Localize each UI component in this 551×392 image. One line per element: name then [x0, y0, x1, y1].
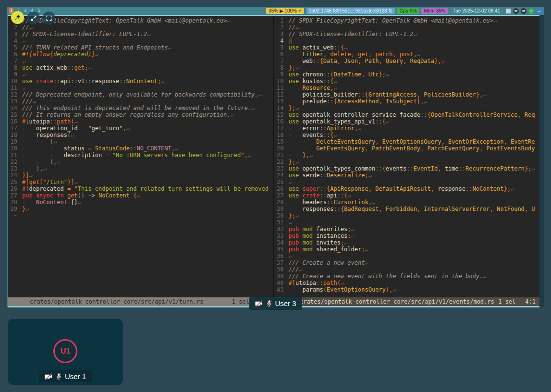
statusline-right: NOR crates/opentalk-controller-core/src/…: [274, 297, 540, 306]
code-line: 22· · ),↵: [8, 159, 273, 165]
code-line: 18· responses(↵: [8, 132, 273, 138]
code-line: 28· headers::CursorLink,↵: [274, 199, 540, 206]
code-line: 8use actix_web::get;↵: [8, 64, 273, 71]
code-line: 4↵: [8, 37, 273, 44]
ip-address-block: 2a02:1748:f39f:551c::931a:dce3/128 ⇅: [306, 8, 395, 14]
code-line: 5use actix_web::{↵: [274, 44, 540, 51]
code-line: 20· · · status = StatusCode::NO_CONTENT,…: [8, 145, 273, 152]
i3-bar-right: 35% ▶ 100% ⚡2a02:1748:f39f:551c::931a:dc…: [266, 8, 542, 14]
pane-right: 1// SPDX-FileCopyrightText: OpenTalk Gmb…: [273, 16, 540, 306]
code-line: 1// SPDX-FileCopyrightText: OpenTalk Gmb…: [274, 17, 540, 24]
code-line: 7↵: [8, 58, 273, 64]
code-line: 20· · GetEventsQuery, PatchEventBody, Pa…: [274, 145, 540, 152]
code-line: 27use crate::api::{↵: [274, 192, 540, 199]
avatar-initials: U1: [61, 347, 70, 355]
camera-off-icon: [45, 373, 53, 380]
code-line: 16use opentalk_types_api_v1::{↵: [274, 118, 540, 125]
code-line: 17· error::ApiError,↵: [274, 125, 540, 132]
terminal-window: 1// SPDX-FileCopyrightText: OpenTalk Gmb…: [8, 15, 539, 307]
code-line: 9use chrono::{DateTime, Utc};↵: [274, 71, 540, 78]
code-line: 22};↵: [274, 159, 540, 165]
statusline-left: crates/opentalk-controller-core/src/api/…: [8, 297, 273, 306]
code-line: 16#[utoipa::path(↵: [8, 118, 273, 125]
fullscreen-button[interactable]: [42, 12, 55, 24]
cpu-block: Cpu 9%: [397, 8, 419, 14]
tray-app-icon: [536, 8, 542, 14]
code-line: 9↵: [8, 71, 273, 78]
code-line: 13///↵: [8, 98, 273, 105]
code-line: 32pub mod favorites;↵: [274, 226, 540, 233]
screenshare-tile-user3[interactable]: 12345 35% ▶ 100% ⚡2a02:1748:f39f:551c::9…: [7, 7, 544, 307]
expand-button[interactable]: [27, 12, 40, 24]
code-line: 21· },↵: [274, 152, 540, 159]
code-line: 21· · · description = "No TURN servers h…: [8, 152, 273, 159]
selection-count: 1 sel: [232, 298, 249, 305]
code-line: 18· events::{↵: [274, 132, 540, 138]
code-line: 36↵: [274, 253, 540, 259]
code-line: 7· web::{Data, Json, Path, Query, ReqDat…: [274, 58, 540, 64]
file-path: crates/opentalk-controller-core/src/api/…: [300, 298, 494, 305]
code-line: 4↵: [274, 37, 540, 44]
code-line: 39/// Create a new event with the fields…: [274, 273, 540, 280]
participant-label-user1: User 1: [39, 370, 92, 382]
code-line: 26#[deprecated = "This endpoint and rela…: [8, 185, 273, 192]
participant-name: User 1: [65, 372, 86, 380]
code-line: 11· Resource,↵: [274, 85, 540, 91]
i3-status-blocks: 35% ▶ 100% ⚡2a02:1748:f39f:551c::931a:dc…: [266, 8, 502, 14]
code-line: 2//↵: [274, 24, 540, 31]
code-line: 33pub mod instances;↵: [274, 233, 540, 239]
expand-arrows-icon: [30, 15, 37, 22]
code-line: 23use opentalk_types_common::{events::Ev…: [274, 165, 540, 172]
participant-label-user3: User 3: [249, 297, 302, 310]
code-line: ~: [8, 212, 273, 219]
code-line: 29}↵: [8, 206, 273, 212]
code-line: 14};↵: [274, 105, 540, 111]
code-line: 10use crate::api::v1::response::NoConten…: [8, 78, 273, 85]
desktop-gap: [539, 15, 544, 307]
tray-display-icon: [505, 8, 511, 14]
tray-icons: 3737: [505, 8, 542, 14]
code-line: 41· params(EventOptionsQuery),↵: [274, 286, 540, 293]
code-line: 3// SPDX-License-Identifier: EUPL-1.2↵: [8, 31, 273, 37]
code-line: 25#[get("/turn")]↵: [8, 179, 273, 185]
code-line: 40#[utoipa::path(↵: [274, 280, 540, 286]
code-line: 24use serde::Deserialize;↵: [274, 172, 540, 179]
pin-button[interactable]: [11, 11, 24, 24]
tray-badge-37b-icon: 37: [521, 8, 527, 14]
code-line: 13· prelude::{AccessMethod, IsSubject},↵: [274, 98, 540, 105]
code-area-right: 1// SPDX-FileCopyrightText: OpenTalk Gmb…: [274, 16, 540, 297]
code-line: 19· · DeleteEventsQuery, EventOptionsQue…: [274, 138, 540, 145]
avatar: U1: [53, 339, 77, 363]
code-line: 34pub mod invites;↵: [274, 239, 540, 246]
file-path: crates/opentalk-controller-core/src/api/…: [30, 298, 203, 305]
code-line: 23· ),↵: [8, 165, 273, 172]
participant-tile-user1[interactable]: U1 User 1: [8, 319, 123, 385]
code-line: 17· operation_id = "get_turn",↵: [8, 125, 273, 132]
code-line: 37/// Create a new event↵: [274, 259, 540, 266]
code-line: 12/// Deprecated endpoint, only availabl…: [8, 91, 273, 98]
workspace-3: 3: [23, 8, 27, 14]
selection-count: 1 sel: [498, 298, 515, 305]
pin-icon: [14, 14, 21, 21]
code-line: 2//↵: [8, 24, 273, 31]
code-line: 38///↵: [274, 266, 540, 273]
code-line: 29· responses::{BadRequest, Forbidden, I…: [274, 206, 540, 212]
mic-off-icon: [56, 373, 62, 380]
pane-left: 1// SPDX-FileCopyrightText: OpenTalk Gmb…: [8, 16, 273, 306]
code-line: 8};↵: [274, 64, 540, 71]
fullscreen-icon: [46, 15, 52, 22]
code-line: 11↵: [8, 85, 273, 91]
code-line: 5//! TURN related API structs and Endpoi…: [8, 44, 273, 51]
code-line: 3// SPDX-License-Identifier: EUPL-1.2↵: [274, 31, 540, 37]
code-line: 31↵: [274, 219, 540, 226]
code-line: 10use kustos::{↵: [274, 78, 540, 85]
code-line: 30};↵: [274, 212, 540, 219]
datetime-block: Tue 2025-12-02 06:41: [450, 8, 502, 14]
code-line: 15use opentalk_controller_service_facade…: [274, 111, 540, 118]
cursor-position: 4:1: [525, 298, 536, 305]
memory-block: Mem 35%: [421, 8, 448, 14]
code-line: 14/// This endpoint is deprecated and wi…: [8, 105, 273, 111]
code-line: 26use super::{ApiResponse, DefaultApiRes…: [274, 185, 540, 192]
code-line: 15/// It returns an empty answer regardl…: [8, 111, 273, 118]
code-line: 35pub mod shared_folder;↵: [274, 246, 540, 253]
